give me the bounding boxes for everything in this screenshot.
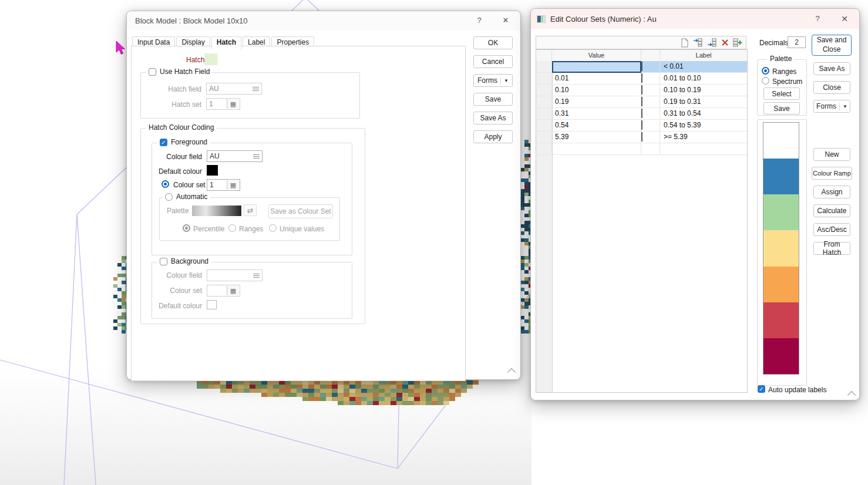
spectrum-radio[interactable] bbox=[762, 77, 769, 85]
grid-icon[interactable] bbox=[227, 99, 239, 109]
colour-cell[interactable] bbox=[641, 85, 660, 96]
bg-colour-field-input[interactable] bbox=[207, 270, 263, 281]
colour-set-radio[interactable] bbox=[162, 180, 169, 188]
table-row[interactable]: 0.540.54 to 5.39 bbox=[536, 120, 747, 132]
automatic-radio[interactable] bbox=[165, 193, 173, 201]
colour-ramp-button[interactable]: Colour Ramp bbox=[812, 167, 852, 180]
append-row-icon[interactable] bbox=[707, 38, 717, 47]
value-cell[interactable] bbox=[552, 143, 641, 155]
auto-update-labels-checkbox[interactable] bbox=[758, 385, 765, 393]
colour-swatch[interactable] bbox=[641, 120, 642, 130]
background-checkbox[interactable] bbox=[160, 258, 167, 265]
palette-gradient[interactable] bbox=[192, 206, 241, 216]
save-button[interactable]: Save bbox=[473, 93, 513, 106]
ok-button[interactable]: OK bbox=[473, 36, 513, 49]
close-button[interactable]: Close bbox=[813, 81, 850, 94]
value-cell[interactable]: 0.31 bbox=[552, 108, 641, 120]
colour-cell[interactable] bbox=[641, 108, 660, 120]
grid-icon[interactable] bbox=[227, 286, 239, 295]
colour-cell[interactable] bbox=[641, 61, 660, 73]
row-header-cell[interactable] bbox=[536, 132, 552, 143]
row-header-cell[interactable] bbox=[536, 143, 552, 155]
decimals-input[interactable]: 2 bbox=[788, 36, 806, 48]
value-cell[interactable]: 0.01 bbox=[552, 73, 641, 85]
value-cell[interactable]: 0.54 bbox=[552, 120, 641, 132]
bg-colour-set-input[interactable] bbox=[207, 285, 240, 297]
colour-set-input[interactable]: 1 bbox=[207, 179, 240, 191]
ramp-band[interactable] bbox=[763, 338, 799, 374]
colour-swatch[interactable] bbox=[641, 97, 642, 106]
delete-row-icon[interactable] bbox=[721, 39, 729, 46]
row-header-cell[interactable] bbox=[536, 85, 552, 96]
chevron-down-icon[interactable]: ▼ bbox=[843, 104, 847, 109]
row-header-cell[interactable] bbox=[536, 61, 552, 73]
label-cell[interactable]: 0.31 to 0.54 bbox=[660, 108, 747, 120]
close-icon[interactable]: ✕ bbox=[499, 15, 512, 26]
from-hatch-button[interactable]: From Hatch bbox=[813, 242, 850, 255]
colour-swatch[interactable] bbox=[641, 109, 642, 118]
grid-icon[interactable] bbox=[227, 180, 239, 190]
new-button[interactable]: New bbox=[813, 148, 850, 161]
chevron-up-icon[interactable] bbox=[847, 391, 856, 399]
colour-cell[interactable] bbox=[641, 132, 660, 143]
colour-swatch[interactable] bbox=[641, 62, 642, 71]
forms-button[interactable]: Forms ▼ bbox=[473, 74, 513, 87]
new-file-icon[interactable] bbox=[681, 38, 689, 48]
chevron-down-icon[interactable]: ▼ bbox=[504, 78, 509, 83]
label-cell[interactable]: 0.54 to 5.39 bbox=[660, 120, 747, 132]
row-header-cell[interactable] bbox=[536, 120, 552, 132]
label-cell[interactable] bbox=[660, 143, 747, 155]
ramp-band[interactable] bbox=[763, 230, 799, 266]
bg-default-colour-swatch[interactable] bbox=[207, 300, 217, 309]
row-header-cell[interactable] bbox=[536, 108, 552, 120]
ramp-band[interactable] bbox=[763, 194, 799, 230]
label-cell[interactable]: >= 5.39 bbox=[660, 132, 747, 143]
add-row-icon[interactable] bbox=[733, 38, 742, 47]
label-cell[interactable]: 0.10 to 0.19 bbox=[660, 85, 747, 96]
table-row[interactable]: 0.190.19 to 0.31 bbox=[536, 96, 747, 108]
label-cell[interactable]: < 0.01 bbox=[660, 61, 747, 73]
save-and-close-button[interactable]: Save and Close bbox=[812, 35, 852, 56]
row-header-cell[interactable] bbox=[536, 73, 552, 85]
ramp-band[interactable] bbox=[763, 267, 799, 302]
table-row[interactable]: 0.010.01 to 0.10 bbox=[536, 73, 747, 85]
table-row-empty[interactable] bbox=[536, 143, 747, 155]
save-as-button[interactable]: Save As bbox=[473, 112, 513, 124]
colour-swatch[interactable] bbox=[641, 85, 642, 95]
colour-ramp[interactable] bbox=[763, 122, 799, 375]
apply-button[interactable]: Apply bbox=[473, 130, 513, 143]
forms-button[interactable]: Forms ▼ bbox=[813, 100, 850, 113]
colour-cell[interactable] bbox=[641, 96, 660, 108]
ranges-radio[interactable] bbox=[228, 224, 236, 232]
table-row[interactable]: < 0.01 bbox=[536, 61, 747, 73]
ramp-band[interactable] bbox=[763, 159, 799, 194]
table-row[interactable]: 0.100.10 to 0.19 bbox=[536, 85, 747, 96]
close-icon[interactable]: ✕ bbox=[838, 13, 851, 25]
colour-set-table[interactable]: Value Label < 0.010.010.01 to 0.100.100.… bbox=[536, 49, 748, 393]
tab-hatch[interactable]: Hatch bbox=[211, 36, 241, 49]
asc-desc-button[interactable]: Asc/Desc bbox=[813, 223, 850, 236]
colour-swatch[interactable] bbox=[641, 132, 642, 142]
help-icon[interactable]: ? bbox=[811, 13, 824, 25]
hatch-field-input[interactable]: AU bbox=[206, 83, 262, 95]
use-hatch-field-checkbox[interactable] bbox=[149, 68, 156, 76]
value-cell[interactable]: 0.10 bbox=[552, 85, 641, 96]
ramp-band[interactable] bbox=[763, 123, 799, 159]
row-header-cell[interactable] bbox=[536, 96, 552, 108]
value-cell[interactable]: 0.19 bbox=[552, 96, 641, 108]
save-as-button[interactable]: Save As bbox=[813, 62, 850, 75]
colour-cell[interactable] bbox=[641, 143, 660, 155]
hatch-set-input[interactable]: 1 bbox=[206, 98, 240, 110]
save-as-colour-set-button[interactable]: Save as Colour Set bbox=[268, 204, 333, 218]
percentile-radio[interactable] bbox=[183, 224, 190, 232]
table-row[interactable]: 0.310.31 to 0.54 bbox=[536, 108, 747, 120]
value-cell[interactable]: 5.39 bbox=[552, 132, 641, 143]
value-cell[interactable] bbox=[552, 61, 641, 73]
chevron-up-icon[interactable] bbox=[507, 368, 516, 376]
label-cell[interactable]: 0.01 to 0.10 bbox=[660, 73, 747, 85]
swap-icon[interactable]: ⇄ bbox=[244, 204, 257, 216]
unique-values-radio[interactable] bbox=[269, 224, 277, 232]
insert-row-icon[interactable] bbox=[693, 38, 703, 47]
titlebar[interactable]: Block Model : Block Model 10x10 ? ✕ bbox=[127, 11, 520, 30]
label-cell[interactable]: 0.19 to 0.31 bbox=[660, 96, 747, 108]
